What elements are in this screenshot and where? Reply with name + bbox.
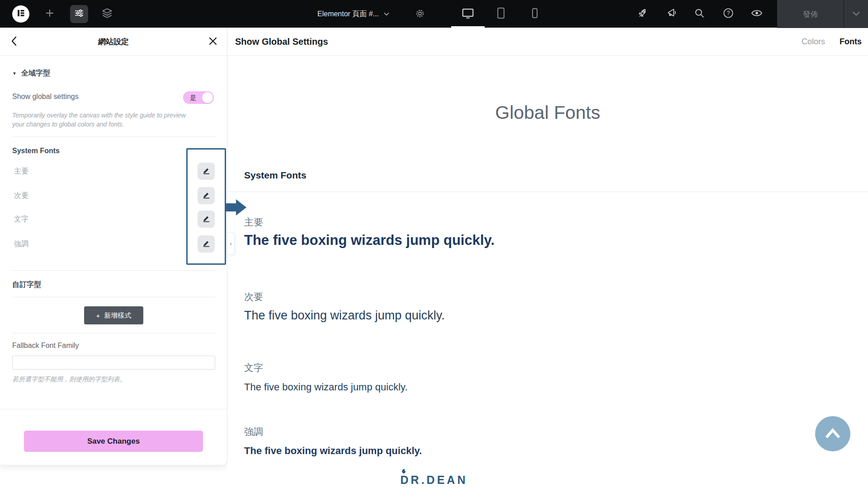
pencil-icon [202, 190, 211, 201]
toggle-knob [202, 92, 213, 103]
font-item-label-text: 文字 [14, 215, 28, 224]
global-fonts-accordion[interactable]: ▼ 全域字型 [12, 69, 50, 78]
scroll-to-top-button[interactable] [815, 416, 850, 451]
panel-header: 網站設定 [0, 28, 227, 56]
style-guide-header: Show Global Settings Colors Fonts [227, 28, 868, 56]
gear-icon [415, 8, 425, 21]
system-fonts-heading: System Fonts [12, 147, 60, 155]
fallback-font-label: Fallback Font Family [12, 342, 79, 350]
panel-title: 網站設定 [0, 28, 227, 56]
add-style-label: 新增樣式 [104, 311, 131, 320]
font-item-label-secondary: 次要 [14, 191, 28, 201]
page-settings-button[interactable] [414, 8, 426, 21]
custom-fonts-heading: 自訂字型 [12, 280, 41, 290]
font-item-label-primary: 主要 [14, 167, 28, 176]
tablet-icon [494, 6, 508, 22]
plus-icon [45, 7, 55, 21]
document-title: Elementor 頁面 #... [317, 9, 379, 19]
elementor-editor: Elementor 頁面 #... [0, 0, 868, 497]
divider [12, 270, 215, 271]
close-button[interactable] [206, 35, 220, 49]
toggle-state-label: 是 [190, 94, 196, 102]
divider [12, 297, 215, 297]
publish-label: 發佈 [803, 9, 818, 19]
navigator-button[interactable] [100, 7, 114, 21]
search-icon [693, 7, 705, 21]
page-title: Global Fonts [227, 102, 868, 123]
sample-label-accent: 強調 [244, 426, 263, 438]
fallback-font-input[interactable] [12, 356, 215, 370]
device-desktop-button[interactable] [460, 6, 476, 22]
panel-footer: Save Changes [0, 409, 227, 465]
style-guide-canvas: Show Global Settings Colors Fonts Global… [227, 28, 868, 497]
sliders-icon [74, 8, 85, 20]
plus-icon: + [96, 312, 100, 319]
sample-label-text: 文字 [244, 361, 263, 374]
megaphone-icon-button[interactable] [665, 7, 679, 21]
settings-panel-button[interactable] [70, 5, 88, 23]
edit-accent-font-button[interactable] [198, 235, 215, 253]
mobile-icon [528, 6, 542, 22]
specimen-accent: The five boxing wizards jump quickly. [244, 445, 422, 457]
site-footer-logo: DR.DEAN [0, 474, 868, 487]
publish-options-button[interactable] [844, 0, 868, 28]
style-guide-tabs: Colors Fonts [802, 28, 862, 56]
panel-collapse-handle[interactable]: ‹ [227, 232, 235, 255]
preview-button[interactable] [750, 7, 764, 21]
pencil-icon [202, 214, 211, 225]
chevron-left-icon: ‹ [230, 240, 232, 247]
rocket-icon [637, 7, 648, 21]
sample-label-secondary: 次要 [244, 291, 263, 303]
specimen-text: The five boxing wizards jump quickly. [244, 381, 408, 393]
fallback-font-hint: 若所選字型不能用，則使用的字型列表。 [12, 375, 126, 384]
device-tablet-button[interactable] [493, 6, 509, 22]
megaphone-icon [666, 7, 678, 21]
chevron-down-icon [383, 10, 390, 18]
logo-text: DR.DEAN [401, 474, 468, 486]
sample-label-primary: 主要 [244, 216, 263, 229]
site-settings-panel: 網站設定 ▼ 全域字型 Show global settings 是 Tempo… [0, 28, 227, 465]
global-settings-description: Temporarily overlay the canvas with the … [12, 111, 198, 129]
question-circle-icon: ? [722, 7, 734, 21]
divider [12, 136, 215, 137]
elementor-logo-button[interactable] [12, 5, 29, 23]
device-mobile-button[interactable] [527, 6, 543, 22]
tab-colors[interactable]: Colors [802, 37, 825, 47]
specimen-primary: The five boxing wizards jump quickly. [244, 232, 495, 248]
edit-secondary-font-button[interactable] [198, 187, 215, 204]
document-switcher[interactable]: Elementor 頁面 #... [317, 0, 390, 28]
add-style-button[interactable]: + 新增樣式 [84, 306, 143, 324]
svg-text:?: ? [727, 10, 730, 16]
chevron-down-icon [852, 10, 860, 18]
show-global-settings-toggle[interactable]: 是 [183, 91, 214, 104]
save-changes-button[interactable]: Save Changes [24, 431, 203, 452]
style-guide-title: Show Global Settings [235, 28, 328, 56]
system-fonts-section-heading: System Fonts [244, 170, 307, 181]
show-global-settings-label: Show global settings [12, 93, 79, 101]
tab-fonts[interactable]: Fonts [840, 37, 862, 47]
section-divider [227, 192, 868, 192]
pencil-icon [202, 239, 211, 249]
pencil-icon [202, 166, 211, 177]
help-button[interactable]: ? [722, 7, 735, 21]
top-bar: Elementor 頁面 #... [0, 0, 868, 28]
accordion-label: 全域字型 [21, 69, 50, 78]
finder-search-button[interactable] [693, 7, 706, 21]
desktop-icon [461, 6, 475, 22]
edit-primary-font-button[interactable] [198, 163, 215, 180]
layers-icon [101, 7, 113, 21]
publish-button[interactable]: 發佈 [777, 0, 844, 28]
close-icon [209, 37, 217, 47]
divider [12, 333, 215, 333]
eye-icon [750, 7, 763, 21]
elementor-logo-icon [16, 9, 25, 19]
edit-text-font-button[interactable] [198, 211, 215, 228]
add-element-button[interactable] [43, 7, 57, 21]
font-item-label-accent: 強調 [14, 239, 28, 249]
whats-new-button[interactable] [636, 7, 649, 21]
specimen-secondary: The five boxing wizards jump quickly. [244, 309, 445, 323]
caret-down-icon: ▼ [12, 71, 17, 76]
flame-icon [400, 467, 407, 474]
chevron-up-icon [824, 427, 842, 441]
